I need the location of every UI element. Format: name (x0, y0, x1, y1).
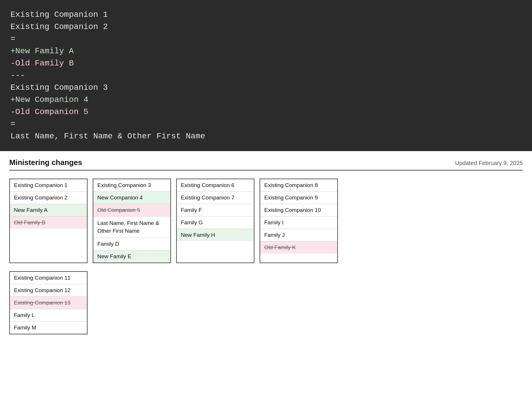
card-item: Existing Companion 3 (93, 179, 170, 192)
terminal-line: = (10, 118, 522, 130)
terminal-line: Existing Companion 1 (10, 9, 522, 21)
terminal-line: +New Companion 4 (10, 94, 522, 106)
card-item: Existing Companion 12 (10, 284, 87, 297)
card-item: Family G (177, 217, 254, 229)
card-item: Old Family B (10, 217, 87, 229)
companion-card: Existing Companion 8Existing Companion 9… (260, 179, 338, 263)
card-item: Family L (10, 309, 87, 322)
terminal-section: Existing Companion 1Existing Companion 2… (0, 0, 532, 151)
card-item: Existing Companion 1 (10, 179, 87, 192)
companion-card: Existing Companion 6Existing Companion 7… (176, 179, 254, 263)
terminal-line: -Old Companion 5 (10, 106, 522, 118)
terminal-line: -Old Family B (10, 57, 522, 69)
terminal-line: Existing Companion 2 (10, 21, 522, 33)
section-title: Ministering changes (9, 158, 82, 167)
card-item: New Family A (10, 204, 87, 217)
card-item: Existing Companion 8 (260, 179, 337, 192)
card-item: Last Name, First Name &Other First Name (93, 217, 170, 238)
card-item: Family F (177, 204, 254, 217)
cards-row-2: Existing Companion 11Existing Companion … (9, 271, 523, 334)
card-item: Existing Companion 6 (177, 179, 254, 192)
companion-card: Existing Companion 1Existing Companion 2… (9, 179, 88, 263)
card-item: Existing Companion 2 (10, 192, 87, 204)
main-section: Ministering changes Updated February 9, … (0, 151, 532, 346)
companion-card: Existing Companion 11Existing Companion … (9, 271, 88, 334)
terminal-line: = (10, 33, 522, 45)
card-item: Existing Companion 11 (10, 272, 87, 284)
card-item: Existing Companion 7 (177, 192, 254, 204)
card-item: Old Companion 5 (93, 204, 170, 217)
card-item: New Family E (93, 250, 170, 263)
card-item: Existing Companion 13 (10, 297, 87, 309)
card-item: Family I (260, 217, 337, 229)
card-item: Family M (10, 322, 87, 334)
companion-card: Existing Companion 3New Companion 4Old C… (93, 179, 171, 263)
updated-label: Updated February 9, 2025 (455, 160, 523, 166)
terminal-line: --- (10, 69, 522, 82)
card-item: New Companion 4 (93, 192, 170, 204)
card-item: Family J (260, 229, 337, 241)
card-item: New Family H (177, 229, 254, 241)
card-item: Existing Companion 9 (260, 192, 337, 204)
terminal-line: +New Family A (10, 45, 522, 57)
terminal-line: Last Name, First Name & Other First Name (10, 130, 522, 142)
header-row: Ministering changes Updated February 9, … (9, 158, 523, 170)
card-item: Old Family K (260, 241, 337, 254)
cards-row-1: Existing Companion 1Existing Companion 2… (9, 179, 523, 263)
card-item: Family D (93, 238, 170, 250)
terminal-line: Existing Companion 3 (10, 82, 522, 94)
card-item: Existing Companion 10 (260, 204, 337, 217)
